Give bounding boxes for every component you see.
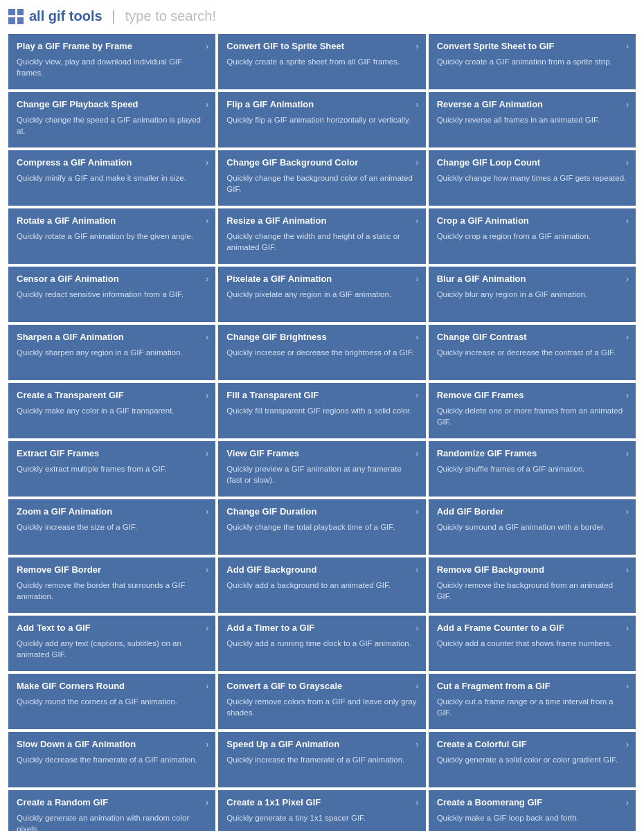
chevron-right-icon: › [415,448,418,458]
tool-title: Add Text to a GIF [17,623,207,634]
tool-description: Quickly decrease the framerate of a GIF … [17,754,207,765]
tool-description: Quickly delete one or more frames from a… [437,405,627,427]
tool-card[interactable]: ›Convert a GIF to GrayscaleQuickly remov… [218,674,425,729]
tool-card[interactable]: ›Resize a GIF AnimationQuickly change th… [218,208,425,264]
tool-title: Change GIF Brightness [226,332,417,343]
tool-description: Quickly remove the background from an an… [437,580,627,602]
tool-card[interactable]: ›Pixelate a GIF AnimationQuickly pixelat… [218,267,425,322]
tool-description: Quickly generate an animation with rando… [17,812,207,831]
tool-card[interactable]: ›Add GIF BackgroundQuickly add a backgro… [218,557,425,613]
tool-title: Create a Boomerang GIF [437,797,627,809]
chevron-right-icon: › [206,157,208,168]
tool-description: Quickly increase or decrease the brightn… [226,347,417,358]
chevron-right-icon: › [626,332,629,342]
chevron-right-icon: › [626,506,629,517]
tool-card[interactable]: ›Speed Up a GIF AnimationQuickly increas… [218,732,425,787]
header-separator: | [112,8,116,24]
tool-description: Quickly generate a solid color or color … [437,754,627,765]
tool-description: Quickly add a running time clock to a GI… [226,638,417,649]
chevron-right-icon: › [415,274,418,284]
chevron-right-icon: › [415,332,418,342]
tool-card[interactable]: ›Change GIF Loop CountQuickly change how… [429,150,636,206]
tool-description: Quickly add a counter that shows frame n… [437,638,627,649]
tool-card[interactable]: ›Convert GIF to Sprite SheetQuickly crea… [218,34,425,89]
tool-card[interactable]: ›Add a Frame Counter to a GIFQuickly add… [429,616,636,671]
tool-description: Quickly make a GIF loop back and forth. [437,812,627,823]
tool-card[interactable]: ›Cut a Fragment from a GIFQuickly cut a … [429,674,636,729]
tool-card[interactable]: ›Change GIF DurationQuickly change the t… [218,499,425,555]
tool-card[interactable]: ›Zoom a GIF AnimationQuickly increase th… [8,499,215,555]
tool-title: Compress a GIF Animation [17,157,207,169]
tool-card[interactable]: ›Censor a GIF AnimationQuickly redact se… [8,267,215,322]
tool-card[interactable]: ›Convert Sprite Sheet to GIFQuickly crea… [429,34,636,89]
tool-description: Quickly increase or decrease the contras… [437,347,627,358]
tool-card[interactable]: ›Compress a GIF AnimationQuickly minify … [8,150,215,206]
tool-description: Quickly add any text (captions, subtitle… [17,638,207,660]
tool-card[interactable]: ›Slow Down a GIF AnimationQuickly decrea… [8,732,215,787]
chevron-right-icon: › [626,41,629,51]
tool-card[interactable]: ›Add GIF BorderQuickly surround a GIF an… [429,499,636,555]
tool-title: Randomize GIF Frames [437,448,627,460]
tool-card[interactable]: ›Sharpen a GIF AnimationQuickly sharpen … [8,325,215,380]
chevron-right-icon: › [415,681,418,691]
tool-title: Resize a GIF Animation [226,215,417,227]
tool-description: Quickly blur any region in a GIF animati… [437,289,627,300]
chevron-right-icon: › [626,739,629,749]
chevron-right-icon: › [626,564,629,575]
chevron-right-icon: › [415,215,418,226]
tool-card[interactable]: ›Crop a GIF AnimationQuickly crop a regi… [429,208,636,264]
tool-title: Convert GIF to Sprite Sheet [226,41,417,53]
tool-description: Quickly generate a tiny 1x1 spacer GIF. [226,812,417,823]
tool-card[interactable]: ›Fill a Transparent GIFQuickly fill tran… [218,383,425,438]
chevron-right-icon: › [206,797,208,807]
search-placeholder[interactable]: type to search! [125,8,216,24]
tool-card[interactable]: ›Make GIF Corners RoundQuickly round the… [8,674,215,729]
tool-card[interactable]: ›Remove GIF BackgroundQuickly remove the… [429,557,636,613]
tool-card[interactable]: ›Play a GIF Frame by FrameQuickly view, … [8,34,215,89]
tool-card[interactable]: ›Change GIF Playback SpeedQuickly change… [8,92,215,148]
tool-card[interactable]: ›Rotate a GIF AnimationQuickly rotate a … [8,208,215,264]
tool-card[interactable]: ›Create a Transparent GIFQuickly make an… [8,383,215,438]
tool-card[interactable]: ›Remove GIF FramesQuickly delete one or … [429,383,636,438]
chevron-right-icon: › [415,41,418,51]
tool-card[interactable]: ›View GIF FramesQuickly preview a GIF an… [218,441,425,497]
tool-description: Quickly add a background to an animated … [226,580,417,591]
tool-card[interactable]: ›Change GIF BrightnessQuickly increase o… [218,325,425,380]
tool-card[interactable]: ›Create a Boomerang GIFQuickly make a GI… [429,790,636,831]
tool-card[interactable]: ›Add Text to a GIFQuickly add any text (… [8,616,215,671]
tool-card[interactable]: ›Reverse a GIF AnimationQuickly reverse … [429,92,636,148]
tool-title: Play a GIF Frame by Frame [17,41,207,53]
tool-card[interactable]: ›Extract GIF FramesQuickly extract multi… [8,441,215,497]
tool-card[interactable]: ›Flip a GIF AnimationQuickly flip a GIF … [218,92,425,148]
tool-card[interactable]: ›Remove GIF BorderQuickly remove the bor… [8,557,215,613]
chevron-right-icon: › [206,332,208,342]
tool-card[interactable]: ›Create a Random GIFQuickly generate an … [8,790,215,831]
tool-card[interactable]: ›Create a Colorful GIFQuickly generate a… [429,732,636,787]
tool-description: Quickly rotate a GIF animation by the gi… [17,231,207,242]
chevron-right-icon: › [415,797,418,807]
tool-card[interactable]: ›Randomize GIF FramesQuickly shuffle fra… [429,441,636,497]
tool-card[interactable]: ›Change GIF ContrastQuickly increase or … [429,325,636,380]
chevron-right-icon: › [415,390,418,400]
tool-card[interactable]: ›Add a Timer to a GIFQuickly add a runni… [218,616,425,671]
chevron-right-icon: › [415,623,418,633]
tool-card[interactable]: ›Blur a GIF AnimationQuickly blur any re… [429,267,636,322]
chevron-right-icon: › [415,564,418,575]
tools-grid: ›Play a GIF Frame by FrameQuickly view, … [8,34,636,831]
chevron-right-icon: › [206,41,208,51]
tool-title: Create a Random GIF [17,797,207,809]
tool-title: Cut a Fragment from a GIF [437,681,627,692]
tool-description: Quickly reverse all frames in an animate… [437,114,627,125]
chevron-right-icon: › [626,274,629,284]
tool-title: Slow Down a GIF Animation [17,739,207,751]
tool-description: Quickly shuffle frames of a GIF animatio… [437,463,627,474]
tool-card[interactable]: ›Create a 1x1 Pixel GIFQuickly generate … [218,790,425,831]
page-title: all gif tools [29,8,102,24]
tool-card[interactable]: ›Change GIF Background ColorQuickly chan… [218,150,425,206]
chevron-right-icon: › [626,623,629,633]
tool-description: Quickly make any color in a GIF transpar… [17,405,207,416]
chevron-right-icon: › [206,564,208,575]
tool-title: Add GIF Border [437,506,627,518]
tool-title: Create a Transparent GIF [17,390,207,402]
chevron-right-icon: › [206,739,208,749]
